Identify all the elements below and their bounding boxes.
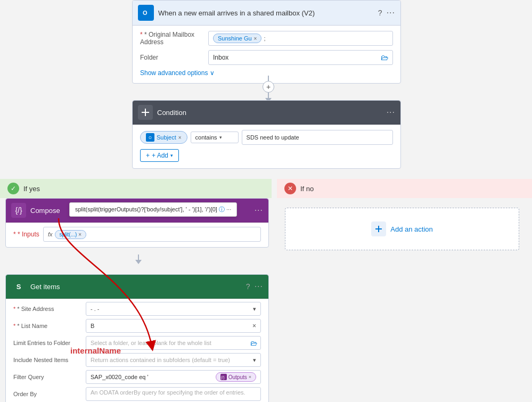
if-no-band: ✕ If no [277,179,532,198]
site-req: * [13,306,15,312]
connector-1: + [263,76,274,102]
list-req: * [13,323,15,329]
x-icon: ✕ [284,183,296,194]
list-clear-icon[interactable]: × [252,322,256,330]
check-icon: ✓ [7,183,19,194]
filter-query-row: Filter Query SAP_x0020_code eq ' {/} Out… [13,370,261,384]
folder-row: Folder Inbox 🗁 [140,50,393,65]
nested-chevron-icon: ▾ [253,357,256,364]
formula-more-icon[interactable]: ··· [226,206,231,212]
compose-icon: {/} [11,203,26,218]
more-icon[interactable]: ··· [387,8,395,18]
outlook-icon: O [146,133,154,142]
condition-value-input[interactable]: SDS need to update [242,130,393,145]
connector-line [268,76,269,81]
fx-icon: fx [48,231,53,237]
trigger-card: O When a new email arrives in a shared m… [132,0,401,84]
help-icon[interactable]: ⓘ [219,206,225,212]
help-icon[interactable]: ? [378,9,382,17]
condition-header: Condition ··· [133,101,400,125]
order-by-placeholder: An ODATA orderBy query for specifying th… [91,389,245,396]
mailbox-row: * * Original Mailbox Address Sunshine Gu… [140,31,393,46]
add-condition-btn[interactable]: + + Add ▾ [140,149,179,162]
add-action-box[interactable]: Add an action [285,208,519,250]
filter-static: SAP_x0020_code eq ' [91,374,149,380]
condition-more-icon[interactable]: ··· [387,108,395,117]
mailbox-input[interactable]: Sunshine Gu × ; [208,31,393,46]
inputs-required: * [13,231,16,238]
folder-label: Folder [140,54,204,61]
get-items-more-icon[interactable]: ··· [255,282,263,291]
chevron-down-icon: ▾ [219,135,222,140]
add-step-btn[interactable]: + [263,81,274,93]
compose-more-icon[interactable]: ··· [255,206,263,215]
condition-title: Condition [157,109,382,117]
nested-placeholder: Return actions contained in subfolders (… [91,357,230,363]
sunshine-gu-tag[interactable]: Sunshine Gu × [213,34,261,43]
separator: ; [264,35,265,42]
add-action-icon [371,221,386,236]
filter-query-label: Filter Query [13,374,83,380]
outputs-close-icon[interactable]: × [249,374,251,380]
svg-text:{/}: {/} [221,375,225,380]
plus-icon: + [146,152,150,159]
filter-query-input[interactable]: SAP_x0020_code eq ' {/} Outputs × [86,370,261,384]
condition-body: O Subject × contains ▾ SDS need to updat… [133,125,400,168]
chevron-icon: ▾ [170,153,173,158]
if-no-label: If no [300,185,314,193]
subject-pill[interactable]: O Subject × [140,131,187,144]
subject-close-icon[interactable]: × [178,135,182,141]
get-items-help-icon[interactable]: ? [246,282,250,291]
trigger-title: When a new email arrives in a shared mai… [158,9,374,17]
add-action-label: Add an action [390,225,433,233]
mailbox-required: * [140,31,143,38]
condition-card: Condition ··· O Subject × contains ▾ SDS… [132,100,401,169]
folder-browse-icon: 🗁 [250,339,257,347]
nested-items-label: Include Nested Items [13,357,83,363]
trigger-header: O When a new email arrives in a shared m… [133,1,400,26]
inputs-label: * * Inputs [13,231,40,238]
folder-icon: 🗁 [381,53,388,62]
if-yes-band: ✓ If yes [0,179,272,198]
sharepoint-icon: S [11,279,26,294]
mailbox-label: * * Original Mailbox Address [140,31,204,46]
order-by-row: Order By An ODATA orderBy query for spec… [13,387,261,401]
operator-select[interactable]: contains ▾ [191,132,239,143]
condition-icon [138,105,153,120]
trigger-icon: O [138,5,154,21]
chevron-down-icon: ∨ [210,69,215,77]
order-by-input[interactable]: An ODATA orderBy query for specifying th… [86,387,261,401]
folder-input[interactable]: Inbox 🗁 [208,50,393,65]
outputs-pill[interactable]: {/} Outputs × [216,372,256,382]
connector-line-2 [268,93,269,98]
red-arrow-annotation [53,213,160,351]
nested-items-row: Include Nested Items Return actions cont… [13,353,261,367]
site-chevron-icon: ▾ [253,306,256,313]
trigger-body: * * Original Mailbox Address Sunshine Gu… [133,26,400,83]
tag-close-icon[interactable]: × [254,36,257,42]
order-by-label: Order By [13,391,83,397]
if-yes-label: If yes [23,185,40,193]
condition-row: O Subject × contains ▾ SDS need to updat… [140,130,393,145]
svg-text:O: O [143,10,148,16]
